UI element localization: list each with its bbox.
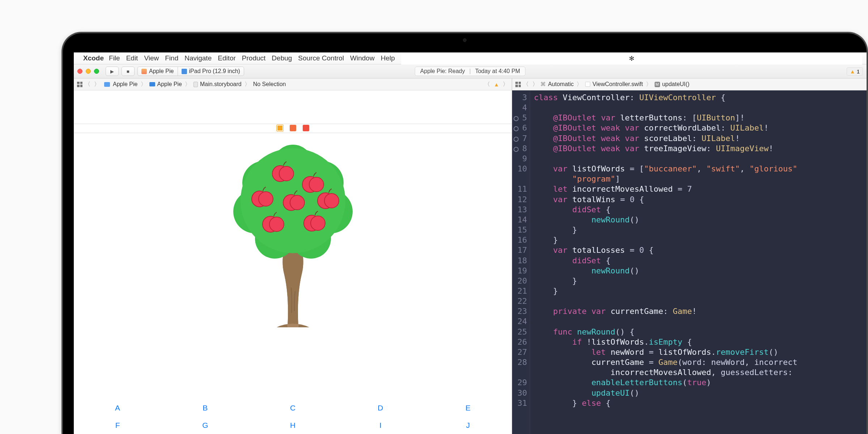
letter-button-d[interactable]: D	[337, 399, 424, 417]
code-editor[interactable]: 3456789101112131415161718192021222324252…	[512, 90, 867, 434]
close-window-button[interactable]	[77, 69, 82, 74]
line-number[interactable]: 28	[512, 357, 527, 367]
related-items-icon[interactable]	[515, 82, 521, 87]
path-swift-file[interactable]: ViewController.swift	[592, 81, 643, 88]
first-responder-icon[interactable]	[290, 125, 296, 131]
line-gutter[interactable]: 3456789101112131415161718192021222324252…	[512, 90, 530, 434]
line-number[interactable]: 13	[512, 205, 527, 215]
letter-button-j[interactable]: J	[424, 417, 512, 434]
line-number[interactable]: 10	[512, 164, 527, 174]
line-number[interactable]: 26	[512, 337, 527, 347]
code-line[interactable]: enableLetterButtons(true)	[534, 378, 867, 388]
path-selection[interactable]: No Selection	[253, 81, 286, 88]
activity-viewer[interactable]: Apple Pie: Ready | Today at 4:40 PM	[415, 67, 526, 76]
bluetooth-icon[interactable]: ✻	[629, 55, 634, 63]
line-number[interactable]: 9	[512, 154, 527, 164]
path-file[interactable]: Main.storyboard	[200, 81, 242, 88]
code-line[interactable]: @IBOutlet weak var scoreLabel: UILabel!	[534, 133, 867, 144]
code-line[interactable]: newRound()	[534, 266, 867, 276]
line-number[interactable]: 5	[512, 113, 527, 123]
code-line[interactable]	[534, 103, 867, 113]
line-number[interactable]: 18	[512, 256, 527, 266]
code-line[interactable]: }	[534, 235, 867, 245]
code-line[interactable]: }	[534, 276, 867, 286]
code-line[interactable]: @IBOutlet weak var treeImageView: UIImag…	[534, 144, 867, 154]
line-number[interactable]: 17	[512, 245, 527, 255]
line-number[interactable]: 23	[512, 306, 527, 316]
menu-navigate[interactable]: Navigate	[184, 54, 212, 62]
code-line[interactable]: incorrectMovesAllowed, guessedLetters:	[534, 367, 867, 378]
code-line[interactable]: let newWord = listOfWords.removeFirst()	[534, 347, 867, 357]
code-line[interactable]: @IBOutlet var letterButtons: [UIButton]!	[534, 113, 867, 123]
menu-edit[interactable]: Edit	[126, 54, 138, 62]
warning-icon[interactable]: ▲	[494, 81, 499, 88]
line-number[interactable]: 27	[512, 347, 527, 357]
code-line[interactable]: class ViewController: UIViewController {	[534, 93, 867, 103]
code-line[interactable]: "program"]	[534, 174, 867, 184]
code-line[interactable]: currentGame = Game(word: newWord, incorr…	[534, 357, 867, 367]
line-number[interactable]: 30	[512, 388, 527, 398]
line-number[interactable]: 4	[512, 103, 527, 113]
code-line[interactable]: @IBOutlet weak var correctWordLabel: UIL…	[534, 123, 867, 133]
nav-fwd2-icon[interactable]: 〉	[503, 81, 509, 88]
line-number[interactable]: 31	[512, 398, 527, 408]
line-number[interactable]: 21	[512, 286, 527, 296]
code-line[interactable]: didSet {	[534, 205, 867, 215]
path-project[interactable]: Apple Pie	[113, 81, 138, 88]
tree-image-view[interactable]	[221, 139, 365, 331]
storyboard-scene[interactable]: ABCDEFGHIJ	[74, 124, 512, 434]
nav-back2-icon[interactable]: 〈	[484, 81, 490, 88]
line-number[interactable]: 6	[512, 123, 527, 133]
menu-window[interactable]: Window	[350, 54, 375, 62]
code-line[interactable]: } else {	[534, 398, 867, 408]
path-automatic[interactable]: Automatic	[548, 81, 574, 88]
line-number[interactable]: 7	[512, 133, 527, 144]
code-line[interactable]: let incorrectMovesAllowed = 7	[534, 184, 867, 194]
letter-button-f[interactable]: F	[74, 417, 161, 434]
code-line[interactable]	[534, 154, 867, 164]
line-number[interactable]: 11	[512, 184, 527, 194]
line-number[interactable]: 8	[512, 144, 527, 154]
nav-back-icon[interactable]: 〈	[523, 81, 529, 88]
line-number[interactable]: 15	[512, 225, 527, 235]
line-number[interactable]: 12	[512, 195, 527, 205]
code-line[interactable]: }	[534, 286, 867, 296]
letter-button-e[interactable]: E	[424, 399, 512, 417]
letter-button-c[interactable]: C	[249, 399, 336, 417]
line-number[interactable]: 29	[512, 378, 527, 388]
letter-button-h[interactable]: H	[249, 417, 336, 434]
jump-bar-right[interactable]: 〈〉 ⌘Automatic 〉 ViewController.swift 〉 M…	[512, 78, 867, 90]
nav-fwd-icon[interactable]: 〉	[94, 81, 100, 88]
code-line[interactable]: var totalLosses = 0 {	[534, 245, 867, 255]
line-number[interactable]: 16	[512, 235, 527, 245]
code-line[interactable]: if !listOfWords.isEmpty {	[534, 337, 867, 347]
letter-button-b[interactable]: B	[161, 399, 249, 417]
code-line[interactable]: didSet {	[534, 256, 867, 266]
menu-source-control[interactable]: Source Control	[298, 54, 344, 62]
jump-bar-left[interactable]: 〈〉 Apple Pie 〉 Apple Pie 〉 Main.storyboa…	[74, 78, 512, 90]
nav-fwd-icon[interactable]: 〉	[532, 81, 538, 88]
line-number[interactable]: 20	[512, 276, 527, 286]
menu-find[interactable]: Find	[165, 54, 178, 62]
exit-icon[interactable]	[303, 125, 309, 131]
line-number[interactable]: 22	[512, 296, 527, 306]
related-items-icon[interactable]	[77, 82, 82, 87]
code-line[interactable]	[534, 316, 867, 327]
code-line[interactable]: private var currentGame: Game!	[534, 306, 867, 316]
line-number[interactable]: 25	[512, 327, 527, 337]
line-number[interactable]: 3	[512, 93, 527, 103]
code-line[interactable]: updateUI()	[534, 388, 867, 398]
nav-back-icon[interactable]: 〈	[85, 81, 90, 88]
issues-badge[interactable]: ▲ 1	[847, 67, 863, 76]
app-menu[interactable]: Xcode	[83, 54, 104, 62]
line-number[interactable]	[512, 367, 527, 378]
path-method[interactable]: updateUI()	[662, 81, 690, 88]
viewcontroller-icon[interactable]	[277, 125, 283, 131]
code-line[interactable]: var listOfWords = ["buccaneer", "swift",…	[534, 164, 867, 174]
minimize-window-button[interactable]	[86, 69, 91, 74]
code-line[interactable]	[534, 296, 867, 306]
scheme-selector[interactable]: Apple Pie iPad Pro (12.9 inch)	[137, 67, 244, 76]
menu-editor[interactable]: Editor	[218, 54, 236, 62]
storyboard-canvas[interactable]: ABCDEFGHIJ	[74, 90, 512, 434]
code-line[interactable]: func newRound() {	[534, 327, 867, 337]
